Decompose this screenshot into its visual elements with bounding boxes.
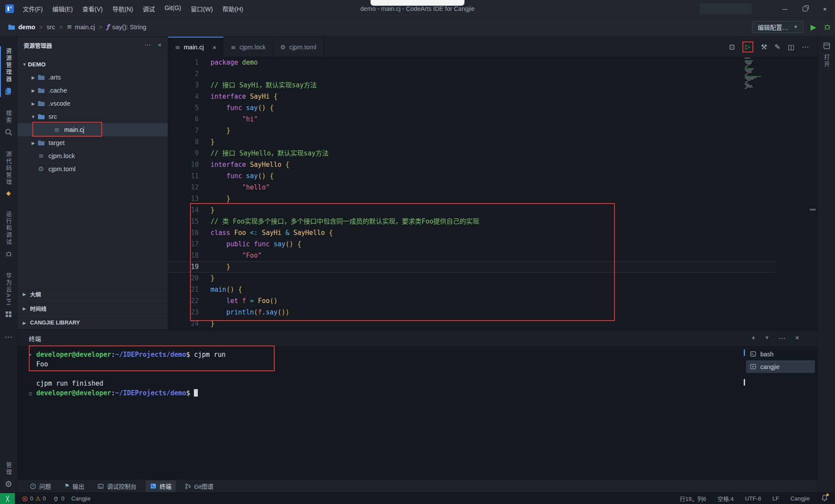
language-status[interactable]: Cangjie — [71, 495, 90, 502]
activity-item-运行和调试[interactable]: 运行和调试 — [0, 211, 17, 258]
run-file-button[interactable]: ▷ — [742, 41, 754, 52]
tree-item-src[interactable]: ▼src — [17, 110, 168, 123]
more-actions-icon[interactable]: ⋯ — [144, 41, 151, 49]
terminal-picker-icon[interactable]: ∨ — [765, 334, 769, 342]
sidebar-section-CANGJIE LIBRARY[interactable]: ▶CANGJIE LIBRARY — [17, 315, 168, 330]
tree-item-DEMO[interactable]: ▼DEMO — [17, 58, 168, 71]
status-item-0[interactable]: 行19，列6 — [680, 494, 706, 503]
minimap-line — [745, 62, 752, 62]
right-panel-label[interactable]: 打开 — [822, 54, 831, 68]
activity-item-华为云API[interactable]: 华为云API — [0, 273, 17, 318]
run-button[interactable]: ▶ — [811, 23, 816, 31]
tree-item-.vscode[interactable]: ▶.vscode — [17, 97, 168, 110]
restore-button[interactable] — [795, 0, 815, 17]
right-panel-icon[interactable] — [823, 42, 831, 50]
menu-item-6[interactable]: 窗口(W) — [186, 3, 217, 15]
editor-tab-cjpm.toml[interactable]: ⚙cjpm.toml — [273, 37, 324, 57]
panel-tab-调试控制台[interactable]: 调试控制台 — [93, 480, 141, 492]
status-item-2[interactable]: UTF-8 — [745, 495, 761, 502]
command-success-dot-icon: • — [29, 350, 36, 360]
code-line: println(f.say()) — [210, 307, 739, 318]
activity-manage[interactable]: 管理 ⚙ — [0, 462, 17, 488]
terminal-instance-cangjie[interactable]: cangjie — [746, 360, 815, 373]
tree-item-main.cj[interactable]: ≡main.cj — [17, 123, 168, 136]
chevron-right-icon: ▶ — [23, 292, 26, 297]
open-preview-icon[interactable]: ⊡ — [729, 43, 735, 51]
menu-item-5[interactable]: Git(G) — [160, 3, 186, 15]
tree-chevron-icon: ▶ — [30, 101, 37, 106]
split-editor-icon[interactable]: ◫ — [788, 43, 794, 51]
more-actions-icon[interactable]: ⋯ — [802, 43, 809, 51]
status-item-4[interactable]: Cangjie — [790, 495, 810, 502]
problems-status[interactable]: 0 ⚠ 0 — [22, 495, 46, 502]
more-actions-icon[interactable]: ⋯ — [779, 334, 786, 342]
menu-item-0[interactable]: 文件(F) — [18, 3, 47, 15]
activity-item-more[interactable]: ⋯ — [0, 333, 17, 341]
tree-chevron-icon: ▼ — [21, 62, 28, 67]
panel-tab-Git图谱[interactable]: Git图谱 — [180, 480, 218, 492]
panel-tab-终端[interactable]: 终端 — [145, 480, 176, 492]
new-terminal-icon[interactable]: + — [752, 334, 756, 342]
tree-item-.cache[interactable]: ▶.cache — [17, 84, 168, 97]
scrollbar-marker[interactable] — [810, 209, 816, 211]
activity-item-资源管理器[interactable]: 资源管理器 — [0, 48, 17, 95]
terminal-command-marker — [744, 349, 745, 356]
panel-tab-输出[interactable]: ⚑输出 — [60, 480, 89, 492]
tree-item-.arts[interactable]: ▶.arts — [17, 71, 168, 84]
breadcrumb-item-2[interactable]: ≡main.cj — [66, 24, 95, 31]
ports-status[interactable]: 0 — [53, 495, 64, 502]
sidebar-section-大纲[interactable]: ▶大纲 — [17, 287, 168, 301]
tree-item-target[interactable]: ▶target — [17, 136, 168, 149]
panel-tab-问题[interactable]: 问题 — [25, 480, 55, 492]
minimap-line — [745, 60, 753, 61]
line-number: 16 — [168, 227, 199, 238]
tree-chevron-icon: ▶ — [30, 141, 37, 145]
status-item-1[interactable]: 空格:4 — [718, 494, 734, 503]
activity-item-搜索[interactable]: 搜索 — [0, 110, 17, 136]
editor-tab-main.cj[interactable]: ≡main.cj× — [168, 37, 224, 57]
menu-item-3[interactable]: 导航(N) — [108, 3, 137, 15]
breadcrumb-item-1[interactable]: src — [47, 24, 55, 31]
terminal-instance-bash[interactable]: bash — [746, 348, 815, 360]
minimap-line — [745, 83, 747, 83]
build-hammer-icon[interactable]: ⚒ — [761, 43, 767, 51]
menu-item-4[interactable]: 调试 — [138, 3, 159, 15]
titlebar: 文件(F)编辑(E)查看(V)导航(N)调试Git(G)窗口(W)帮助(H) d… — [0, 0, 835, 17]
terminal-line: cjpm run finished — [29, 379, 721, 388]
titlebar-widget[interactable] — [700, 3, 752, 14]
line-numbers: 123456789101112131415161718192021222324 — [168, 57, 199, 329]
minimap[interactable] — [745, 58, 783, 285]
remote-indicator[interactable]: ╳ — [0, 493, 15, 504]
debug-bug-icon[interactable] — [823, 23, 832, 31]
activity-item-源代码管理[interactable]: 源代码管理◆ — [0, 151, 17, 196]
editor-tab-cjpm.lock[interactable]: ≡cjpm.lock — [224, 37, 273, 57]
run-config-dropdown[interactable]: 编辑配置…▼ — [752, 21, 804, 33]
editor-tabbar: ≡main.cj×≡cjpm.lock⚙cjpm.toml ⊡ ▷ ⚒ ✎ ◫ … — [168, 37, 818, 57]
tree-item-cjpm.lock[interactable]: ≡cjpm.lock — [17, 149, 168, 162]
menu-item-2[interactable]: 查看(V) — [78, 3, 107, 15]
menu-item-7[interactable]: 帮助(H) — [218, 3, 247, 15]
terminal-output[interactable]: •developer@developer:~/IDEProjects/demo$… — [29, 350, 721, 477]
status-item-3[interactable]: LF — [773, 495, 779, 502]
notifications-bell-icon[interactable] — [821, 494, 828, 503]
minimap-line — [747, 64, 750, 65]
close-sidebar-icon[interactable]: × — [158, 41, 162, 49]
breadcrumb-item-3[interactable]: ƒsay(): String — [107, 24, 146, 31]
code-editor[interactable]: 123456789101112131415161718192021222324 … — [168, 57, 818, 330]
warning-icon: ⚠ — [35, 495, 41, 502]
close-button[interactable]: × — [815, 0, 835, 17]
chevron-right-icon: ▶ — [23, 321, 26, 325]
code-line: "hello" — [210, 182, 739, 193]
sidebar-section-时间线[interactable]: ▶时间线 — [17, 301, 168, 315]
tree-item-cjpm.toml[interactable]: ⚙cjpm.toml — [17, 162, 168, 176]
code-line: } — [210, 273, 739, 284]
minimize-button[interactable]: ─ — [775, 0, 795, 17]
menu-item-1[interactable]: 编辑(E) — [48, 3, 77, 15]
line-number: 12 — [168, 182, 199, 193]
close-tab-icon[interactable]: × — [213, 44, 217, 51]
breadcrumb-item-0[interactable]: demo — [8, 24, 35, 31]
edit-pencil-icon[interactable]: ✎ — [774, 43, 780, 51]
code-line: interface SayHi { — [210, 91, 739, 102]
close-panel-icon[interactable]: × — [795, 334, 799, 342]
file-lines-icon: ≡ — [37, 153, 45, 159]
